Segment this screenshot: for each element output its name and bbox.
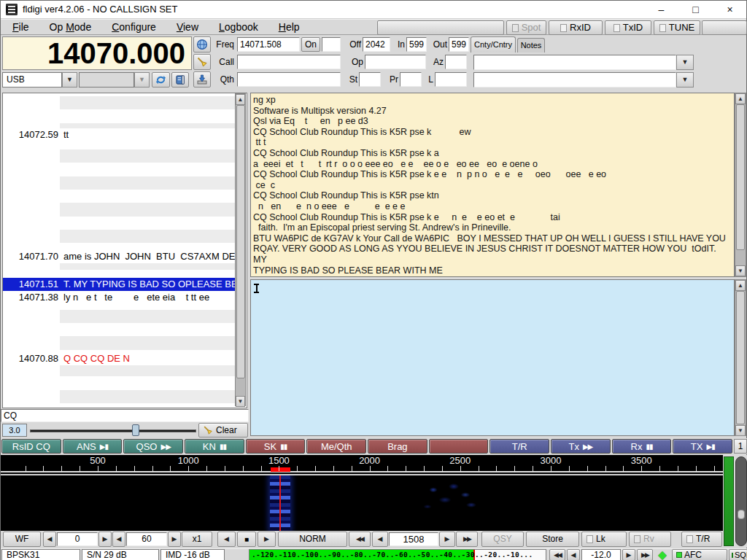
browser-row-14071.38[interactable]: 14071.38ly n e t te e ete eia t tt ee [3, 291, 235, 304]
waterfall-display[interactable] [1, 475, 723, 531]
macro-button-tx[interactable]: Tx▶▶ [551, 439, 611, 454]
notes-combo[interactable] [473, 72, 676, 88]
qth-field[interactable] [237, 72, 341, 87]
scroll-up-icon[interactable]: ▲ [236, 94, 245, 105]
wf-lower-decrement[interactable]: ◀ [43, 532, 56, 547]
save-qso-button[interactable] [193, 71, 211, 88]
wf-scroll-right[interactable]: ▶ [258, 532, 276, 547]
scroll-down-icon[interactable]: ▼ [735, 265, 746, 276]
seek-regex-field[interactable]: CQ [1, 409, 249, 422]
afc-range-slider[interactable] [735, 456, 747, 546]
lock-toggle[interactable]: Lk [581, 532, 627, 547]
offset-fine-down[interactable]: ◀ [567, 549, 580, 560]
tab-notes[interactable]: Notes [517, 38, 545, 52]
macro-button-qso[interactable]: QSO▶▶ [123, 439, 183, 454]
tr-toggle[interactable]: T/R [681, 532, 722, 547]
qrz-lookup-button[interactable] [193, 36, 211, 52]
call-field[interactable] [237, 55, 341, 69]
squelch-value[interactable]: 3.0 [2, 424, 27, 437]
macro-button-blank-8[interactable] [429, 439, 489, 454]
wf-range-value[interactable]: 60 [126, 532, 167, 546]
browser-channel-list[interactable]: 14072.59tt14071.70ame is JOHN JOHN BTU C… [3, 93, 235, 406]
revert-frequency-button[interactable] [152, 72, 170, 88]
wf-scroll-left[interactable]: ◀ [217, 532, 236, 547]
macro-button-rsid-cq[interactable]: RsID CQ [1, 439, 61, 454]
tx-scrollbar-thumb[interactable] [736, 291, 745, 424]
scroll-up-icon[interactable]: ▲ [735, 93, 746, 104]
freq-field[interactable]: 14071.508 [237, 37, 300, 52]
notes-combo-arrow[interactable]: ▼ [676, 72, 694, 88]
wf-lower-increment[interactable]: ▶ [98, 532, 112, 547]
macro-button-tx[interactable]: TX▶▮ [673, 439, 732, 454]
sql-toggle[interactable]: SQL [729, 549, 747, 560]
wf-mode-button[interactable]: WF [3, 532, 41, 547]
wf-range-decrement[interactable]: ◀ [112, 532, 125, 547]
clear-log-fields-button[interactable] [193, 54, 211, 70]
close-button[interactable]: × [713, 1, 746, 18]
rst-in-field[interactable]: 599 [406, 37, 427, 52]
browser-scrollbar-thumb[interactable] [236, 105, 245, 378]
afc-range-slider-thumb[interactable] [738, 510, 745, 519]
offset-coarse-down[interactable]: ◀◀ [549, 549, 565, 560]
mode-status[interactable]: BPSK31 [1, 549, 80, 560]
txid-toggle[interactable]: TxID [605, 20, 651, 35]
macro-button-rx[interactable]: Rx▮▮ [612, 439, 672, 454]
menu-configure[interactable]: Configure [101, 20, 166, 36]
country-combo[interactable] [473, 55, 676, 70]
time-on-field[interactable] [322, 37, 341, 52]
frequency-display[interactable]: 14070.000 [2, 36, 192, 70]
cursor-coarse-down[interactable]: ◀◀ [349, 532, 371, 547]
scroll-up-icon[interactable]: ▲ [735, 280, 746, 291]
wf-pause-button[interactable]: ■ [237, 532, 256, 547]
offset-fine-up[interactable]: ▶ [622, 549, 635, 560]
st-field[interactable] [359, 72, 381, 87]
menu-file[interactable]: File [2, 20, 39, 36]
cursor-fine-down[interactable]: ◀ [372, 532, 388, 547]
country-combo-arrow[interactable]: ▼ [676, 55, 694, 70]
macro-button-t-r[interactable]: T/R [489, 439, 549, 454]
menu-op-mode[interactable]: Op Mode [39, 20, 102, 36]
offset-coarse-up[interactable]: ▶▶ [637, 549, 653, 560]
audio-cursor-frequency[interactable]: 1508 [389, 532, 438, 546]
offset-value[interactable]: -12.0 [581, 549, 621, 560]
az-field[interactable] [445, 55, 467, 69]
macro-set-counter[interactable]: 1 [734, 439, 747, 454]
macro-button-brag[interactable]: Brag [368, 439, 427, 454]
wf-range-increment[interactable]: ▶ [168, 532, 181, 547]
cursor-fine-up[interactable]: ▶ [439, 532, 455, 547]
macro-button-me-qth[interactable]: Me/Qth [306, 439, 366, 454]
maximize-button[interactable]: □ [679, 1, 712, 18]
menu-logbook[interactable]: Logbook [209, 20, 268, 36]
macro-button-ans[interactable]: ANS▶▮ [63, 439, 123, 454]
wf-zoom-button[interactable]: x1 [182, 532, 212, 547]
time-on-button[interactable]: On [301, 37, 320, 52]
op-field[interactable] [365, 55, 426, 69]
rx-scrollbar[interactable]: ▲ ▼ [735, 93, 746, 277]
rx-text-panel[interactable]: ng xp Software is Multipsk version 4.27 … [250, 93, 735, 277]
menu-help[interactable]: Help [268, 20, 310, 36]
browser-row-14070.88[interactable]: 14070.88Q CQ CQ DE N [3, 352, 235, 365]
wf-lower-value[interactable]: 0 [57, 532, 98, 546]
minimize-button[interactable]: – [645, 1, 678, 18]
time-off-field[interactable]: 2042 [363, 37, 390, 52]
pr-field[interactable] [400, 72, 422, 87]
loc-field[interactable] [435, 72, 467, 87]
mode-select[interactable]: USB [2, 72, 62, 88]
tx-scrollbar[interactable]: ▲ ▼ [735, 279, 746, 436]
secondary-mode-select[interactable] [79, 72, 134, 88]
macro-button-kn[interactable]: KN▮▮ [185, 439, 244, 454]
tune-toggle[interactable]: TUNE [654, 20, 700, 35]
afc-toggle[interactable]: AFC [672, 549, 727, 560]
browser-scrollbar[interactable]: ▲ ▼ [235, 93, 246, 406]
scroll-down-icon[interactable]: ▼ [236, 396, 245, 407]
secondary-mode-arrow[interactable]: ▼ [134, 72, 150, 88]
cursor-coarse-up[interactable]: ▶▶ [456, 532, 478, 547]
tx-text-panel[interactable] [250, 279, 735, 436]
store-button[interactable]: Store [526, 532, 579, 547]
menu-view[interactable]: View [166, 20, 209, 36]
browser-row-14071.70[interactable]: 14071.70ame is JOHN JOHN BTU CS7AXM DE V [3, 250, 235, 263]
rx-scrollbar-thumb[interactable] [736, 104, 745, 250]
squelch-slider-thumb[interactable] [132, 424, 139, 436]
tab-cnty-cntry[interactable]: Cnty/Cntry [471, 36, 516, 52]
logbook-button[interactable] [171, 72, 189, 88]
